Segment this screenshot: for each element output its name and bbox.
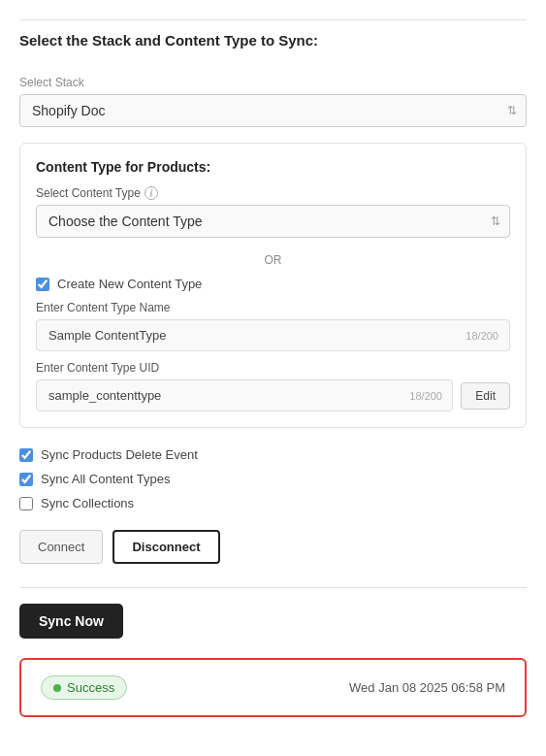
sync-collections-checkbox[interactable] — [19, 497, 33, 510]
sync-collections-row: Sync Collections — [19, 496, 527, 510]
content-type-title: Content Type for Products: — [36, 159, 510, 175]
content-type-name-label: Enter Content Type Name — [36, 301, 510, 314]
delete-event-checkbox[interactable] — [19, 448, 33, 462]
sync-all-checkbox[interactable] — [19, 473, 33, 486]
divider — [19, 587, 527, 588]
disconnect-button[interactable]: Disconnect — [112, 530, 219, 564]
edit-button[interactable]: Edit — [461, 382, 510, 410]
success-label: Success — [67, 680, 114, 695]
sync-all-row: Sync All Content Types — [19, 472, 527, 486]
content-type-name-wrapper: 18/200 — [36, 319, 510, 351]
content-type-box: Content Type for Products: Select Conten… — [19, 143, 527, 428]
result-timestamp: Wed Jan 08 2025 06:58 PM — [349, 680, 505, 695]
content-type-uid-count: 18/200 — [409, 390, 442, 402]
connect-button[interactable]: Connect — [19, 530, 103, 564]
stack-select-wrapper[interactable]: Shopify Doc ⇅ — [19, 94, 527, 127]
content-type-select-wrapper[interactable]: Choose the Content Type ⇅ — [36, 205, 510, 238]
stack-select[interactable]: Shopify Doc — [19, 94, 527, 127]
content-type-uid-label: Enter Content Type UID — [36, 361, 510, 375]
content-type-name-input[interactable] — [36, 319, 510, 351]
sync-collections-label[interactable]: Sync Collections — [41, 496, 134, 510]
page-header: Select the Stack and Content Type to Syn… — [19, 19, 527, 60]
success-dot-icon — [53, 684, 61, 692]
select-content-type-label: Select Content Type i — [36, 186, 510, 200]
sync-now-button[interactable]: Sync Now — [19, 604, 123, 639]
content-type-select[interactable]: Choose the Content Type — [36, 205, 510, 238]
options-section: Sync Products Delete Event Sync All Cont… — [19, 447, 527, 510]
content-type-uid-input[interactable] — [36, 379, 453, 411]
stack-select-section: Select Stack Shopify Doc ⇅ — [19, 76, 527, 127]
info-icon[interactable]: i — [145, 186, 158, 200]
delete-event-label[interactable]: Sync Products Delete Event — [41, 447, 198, 462]
delete-event-row: Sync Products Delete Event — [19, 447, 527, 462]
stack-select-label: Select Stack — [19, 76, 527, 89]
create-content-type-label[interactable]: Create New Content Type — [57, 277, 202, 291]
content-type-uid-wrapper: 18/200 Edit — [36, 379, 510, 411]
success-badge: Success — [41, 675, 127, 700]
action-buttons: Connect Disconnect — [19, 530, 527, 564]
or-divider: OR — [36, 253, 510, 267]
content-type-name-count: 18/200 — [466, 330, 498, 342]
sync-all-label[interactable]: Sync All Content Types — [41, 472, 170, 486]
create-content-type-checkbox[interactable] — [36, 278, 49, 291]
result-box: Success Wed Jan 08 2025 06:58 PM — [19, 658, 527, 717]
create-content-type-row: Create New Content Type — [36, 277, 510, 291]
